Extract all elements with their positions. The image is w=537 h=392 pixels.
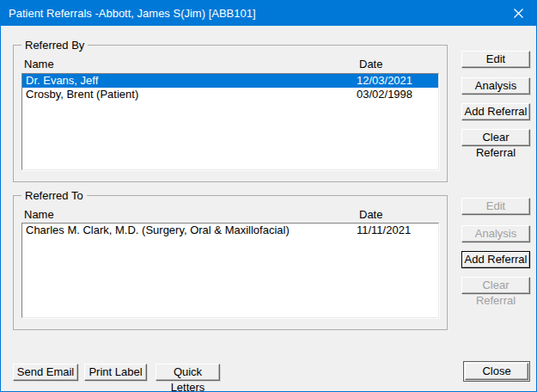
send-email-button[interactable]: Send Email <box>13 364 78 381</box>
close-icon <box>514 9 523 18</box>
referral-date-cell: 11/11/2021 <box>357 224 411 237</box>
referred-to-clear-referral-button: Clear Referral <box>461 277 530 294</box>
referral-date-cell: 03/02/1998 <box>357 88 412 101</box>
close-dialog-button-frame: Close <box>463 361 530 382</box>
close-button[interactable] <box>500 1 536 26</box>
referral-name-cell: Crosby, Brent (Patient) <box>26 88 138 101</box>
quick-letters-button[interactable]: Quick Letters <box>156 364 220 381</box>
column-header-date: Date <box>359 208 382 221</box>
referral-name-cell: Dr. Evans, Jeff <box>26 74 98 87</box>
list-item[interactable]: Charles M. Clark, M.D. (Surgery, Oral & … <box>22 224 438 237</box>
referral-date-cell: 12/03/2021 <box>357 74 412 88</box>
referred-to-group: Referred To Name Date Charles M. Clark, … <box>13 195 448 330</box>
window-title: Patient Referrals -Abbott, James S(Jim) … <box>9 1 256 26</box>
referred-by-add-referral-button[interactable]: Add Referral <box>461 103 530 120</box>
referred-by-edit-button[interactable]: Edit <box>461 51 530 68</box>
close-dialog-button[interactable]: Close <box>465 363 528 380</box>
patient-referrals-dialog: Patient Referrals -Abbott, James S(Jim) … <box>0 0 537 392</box>
referred-to-list[interactable]: Charles M. Clark, M.D. (Surgery, Oral & … <box>21 223 439 318</box>
referred-by-analysis-button[interactable]: Analysis <box>461 77 530 95</box>
referred-by-group: Referred By Name Date Dr. Evans, Jeff12/… <box>13 45 448 182</box>
referred-by-list[interactable]: Dr. Evans, Jeff12/03/2021Crosby, Brent (… <box>21 73 439 170</box>
referred-to-edit-button: Edit <box>461 198 530 215</box>
referred-by-legend: Referred By <box>21 39 88 52</box>
column-header-date: Date <box>359 58 382 70</box>
referral-name-cell: Charles M. Clark, M.D. (Surgery, Oral & … <box>26 224 290 236</box>
list-item[interactable]: Crosby, Brent (Patient)03/02/1998 <box>22 88 438 101</box>
referred-to-analysis-button: Analysis <box>461 225 530 242</box>
list-item[interactable]: Dr. Evans, Jeff12/03/2021 <box>22 74 438 88</box>
titlebar: Patient Referrals -Abbott, James S(Jim) … <box>1 1 536 26</box>
referred-to-add-referral-button[interactable]: Add Referral <box>461 251 530 268</box>
column-header-name: Name <box>24 208 54 221</box>
print-label-button[interactable]: Print Label <box>84 364 147 381</box>
referred-to-legend: Referred To <box>21 189 87 202</box>
column-header-name: Name <box>24 58 54 70</box>
referred-by-clear-referral-button[interactable]: Clear Referral <box>461 129 530 146</box>
